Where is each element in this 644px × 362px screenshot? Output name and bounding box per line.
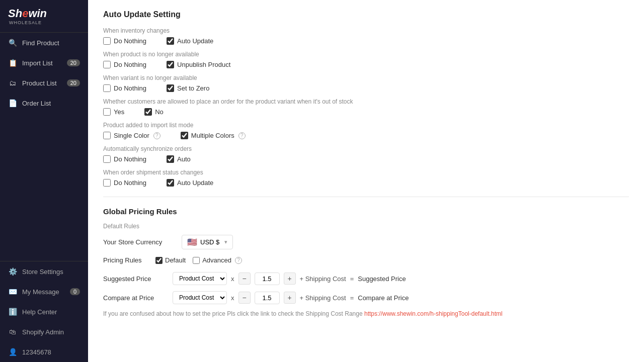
- inv-auto-label: Auto Update: [177, 37, 213, 45]
- suggested-price-plus-shipping: + Shipping Cost: [300, 275, 346, 283]
- currency-select[interactable]: 🇺🇸 USD $ ▾: [182, 235, 233, 249]
- var-nothing-checkbox[interactable]: [103, 84, 111, 92]
- imp-single-option[interactable]: Single Color ?: [103, 132, 160, 139]
- inventory-change-options: Do Nothing Auto Update: [103, 37, 629, 45]
- ship-auto-checkbox[interactable]: [167, 179, 174, 187]
- suggested-price-value-input[interactable]: [255, 273, 280, 285]
- ship-nothing-checkbox[interactable]: [103, 179, 111, 187]
- shopify-icon: 🛍: [8, 327, 17, 336]
- advanced-info-icon[interactable]: ?: [235, 257, 242, 264]
- var-nothing-label: Do Nothing: [114, 84, 146, 92]
- inv-auto-option[interactable]: Auto Update: [167, 37, 213, 45]
- compare-price-plus-shipping: + Shipping Cost: [300, 294, 346, 302]
- compare-price-base-select[interactable]: Product Cost: [173, 291, 227, 304]
- pricing-rules-row: Pricing Rules Default Advanced ?: [103, 256, 629, 264]
- inv-auto-checkbox[interactable]: [167, 37, 174, 45]
- sidebar-item-product-list[interactable]: 🗂 Product List 20: [0, 73, 88, 93]
- sidebar-item-label: Shopify Admin: [22, 328, 80, 336]
- product-list-badge: 20: [67, 79, 80, 86]
- logo-sub: Wholesale: [9, 20, 80, 25]
- oos-yes-checkbox[interactable]: [103, 108, 111, 116]
- default-rules-label: Default Rules: [103, 223, 629, 230]
- imp-single-checkbox[interactable]: [103, 132, 111, 139]
- order-list-icon: 📄: [8, 99, 17, 108]
- multiple-info-icon[interactable]: ?: [238, 132, 246, 139]
- sidebar-item-find-product[interactable]: 🔍 Find Product: [0, 33, 88, 53]
- sync-auto-checkbox[interactable]: [167, 155, 174, 163]
- search-icon: 🔍: [8, 38, 17, 47]
- product-unavailable-group: When product is no longer available Do N…: [103, 51, 629, 68]
- info-link-row: If you are confused about how to set the…: [103, 310, 629, 317]
- import-mode-group: Product added to import list mode Single…: [103, 122, 629, 139]
- currency-value: USD $: [200, 238, 219, 246]
- prod-nothing-option[interactable]: Do Nothing: [103, 61, 146, 68]
- sync-orders-group: Automatically synchronize orders Do Noth…: [103, 145, 629, 163]
- compare-price-label: Compare at Price: [103, 294, 169, 302]
- sync-orders-label: Automatically synchronize orders: [103, 145, 629, 152]
- inv-nothing-option[interactable]: Do Nothing: [103, 37, 146, 45]
- compare-price-row: Compare at Price Product Cost x − + + Sh…: [103, 291, 629, 304]
- var-nothing-option[interactable]: Do Nothing: [103, 84, 146, 92]
- compare-price-minus-button[interactable]: −: [238, 292, 251, 304]
- sidebar-bottom: ⚙️ Store Settings ✉️ My Message 0 ℹ️ Hel…: [0, 261, 88, 362]
- logo-text: Shewin: [8, 7, 80, 20]
- order-shipment-group: When order shipment status changes Do No…: [103, 169, 629, 187]
- sync-nothing-label: Do Nothing: [114, 155, 146, 163]
- prod-nothing-label: Do Nothing: [114, 61, 146, 68]
- sync-nothing-option[interactable]: Do Nothing: [103, 155, 146, 163]
- imp-multiple-option[interactable]: Multiple Colors ?: [181, 132, 246, 139]
- oos-yes-option[interactable]: Yes: [103, 108, 124, 116]
- imp-single-label: Single Color: [114, 132, 149, 139]
- rule-default-label: Default: [165, 256, 186, 264]
- sidebar-item-label: Find Product: [22, 39, 80, 47]
- inventory-change-label: When inventory changes: [103, 27, 629, 34]
- rule-default-option[interactable]: Default: [155, 256, 186, 264]
- main-content: Auto Update Setting When inventory chang…: [88, 0, 644, 362]
- prod-unpublish-option[interactable]: Unpublish Product: [167, 61, 230, 68]
- var-zero-checkbox[interactable]: [167, 84, 174, 92]
- inv-nothing-checkbox[interactable]: [103, 37, 111, 45]
- rule-advanced-option[interactable]: Advanced ?: [193, 256, 242, 264]
- rule-advanced-checkbox[interactable]: [193, 257, 200, 264]
- sidebar-item-user[interactable]: 👤 12345678: [0, 342, 88, 362]
- rule-default-checkbox[interactable]: [155, 257, 163, 264]
- sync-nothing-checkbox[interactable]: [103, 155, 111, 163]
- sidebar-item-order-list[interactable]: 📄 Order List: [0, 93, 88, 113]
- variant-unavailable-label: When variant is no longer available: [103, 74, 629, 81]
- single-info-icon[interactable]: ?: [153, 132, 160, 139]
- variant-unavailable-group: When variant is no longer available Do N…: [103, 74, 629, 92]
- imp-multiple-checkbox[interactable]: [181, 132, 188, 139]
- oos-no-option[interactable]: No: [144, 108, 164, 116]
- rule-advanced-label: Advanced: [202, 256, 231, 264]
- sidebar-item-help-center[interactable]: ℹ️ Help Center: [0, 302, 88, 322]
- sidebar-item-import-list[interactable]: 📋 Import List 20: [0, 53, 88, 73]
- var-zero-option[interactable]: Set to Zero: [167, 84, 209, 92]
- ship-nothing-option[interactable]: Do Nothing: [103, 179, 146, 187]
- compare-price-equals: =: [350, 294, 354, 302]
- currency-label: Your Store Currency: [103, 238, 174, 246]
- ship-auto-option[interactable]: Auto Update: [167, 179, 213, 187]
- oos-yes-label: Yes: [114, 108, 124, 116]
- compare-price-value-input[interactable]: [255, 292, 280, 304]
- shipping-tool-link[interactable]: https://www.shewin.com/h-shippingTool-de…: [364, 310, 503, 317]
- sidebar-item-my-message[interactable]: ✉️ My Message 0: [0, 282, 88, 302]
- import-mode-label: Product added to import list mode: [103, 122, 629, 129]
- prod-nothing-checkbox[interactable]: [103, 61, 111, 68]
- prod-unpublish-checkbox[interactable]: [167, 61, 174, 68]
- info-text: If you are confused about how to set the…: [103, 310, 363, 317]
- compare-price-plus-button[interactable]: +: [284, 292, 296, 304]
- oos-no-checkbox[interactable]: [144, 108, 152, 116]
- sidebar-item-label: Store Settings: [22, 268, 80, 276]
- import-icon: 📋: [8, 58, 17, 67]
- sync-auto-option[interactable]: Auto: [167, 155, 191, 163]
- gear-icon: ⚙️: [8, 267, 17, 276]
- out-of-stock-label: Whether customers are allowed to place a…: [103, 98, 629, 105]
- suggested-price-plus-button[interactable]: +: [284, 273, 296, 285]
- sidebar-item-shopify-admin[interactable]: 🛍 Shopify Admin: [0, 322, 88, 342]
- suggested-price-base-select[interactable]: Product Cost: [173, 272, 227, 285]
- help-icon: ℹ️: [8, 307, 17, 316]
- sidebar-item-store-settings[interactable]: ⚙️ Store Settings: [0, 261, 88, 282]
- out-of-stock-options: Yes No: [103, 108, 629, 116]
- user-icon: 👤: [8, 347, 17, 356]
- suggested-price-minus-button[interactable]: −: [238, 273, 251, 285]
